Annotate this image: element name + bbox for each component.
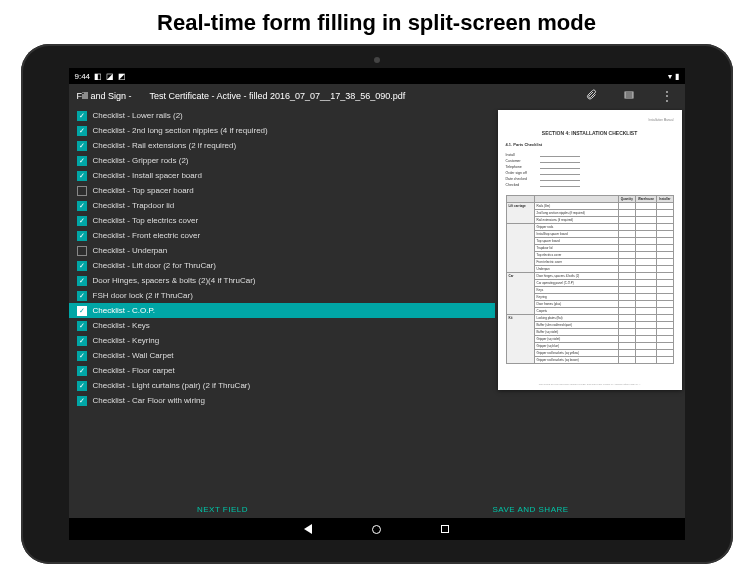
checklist-label: Door Hinges, spacers & bolts (2)(4 if Th… — [93, 276, 256, 285]
checkbox-icon[interactable] — [77, 186, 87, 196]
checklist-label: Checklist - Keys — [93, 321, 150, 330]
checkbox-icon[interactable] — [77, 141, 87, 151]
checklist-label: Checklist - Keyring — [93, 336, 160, 345]
checklist-item[interactable]: Checklist - Floor carpet — [69, 363, 495, 378]
checklist-label: Checklist - Car Floor with wiring — [93, 396, 205, 405]
checklist[interactable]: Checklist - Lower rails (2)Checklist - 2… — [69, 108, 495, 500]
app-name: Fill and Sign - — [77, 91, 132, 101]
pdf-table: QuantityWarehouseInstallerLift carriageR… — [506, 195, 674, 364]
checkbox-icon[interactable] — [77, 216, 87, 226]
pdf-subtitle: 4.1. Parts Checklist — [506, 142, 674, 147]
checkbox-icon[interactable] — [77, 111, 87, 121]
pdf-table-row: Gripper rods — [506, 224, 673, 231]
status-icon-app1: ◧ — [94, 72, 102, 81]
checklist-item[interactable]: Door Hinges, spacers & bolts (2)(4 if Th… — [69, 273, 495, 288]
checklist-item[interactable]: Checklist - Install spacer board — [69, 168, 495, 183]
pdf-field: Install — [506, 153, 674, 157]
checkbox-icon[interactable] — [77, 396, 87, 406]
checklist-item[interactable]: Checklist - Keyring — [69, 333, 495, 348]
checklist-item[interactable]: Checklist - Top electrics cover — [69, 213, 495, 228]
checklist-label: Checklist - 2nd long section nipples (4 … — [93, 126, 268, 135]
checkbox-icon[interactable] — [77, 381, 87, 391]
checklist-label: Checklist - Floor carpet — [93, 366, 175, 375]
status-icon-app2: ◩ — [118, 72, 126, 81]
checklist-item[interactable]: FSH door lock (2 if ThruCar) — [69, 288, 495, 303]
pdf-field: Telephone — [506, 165, 674, 169]
checkbox-icon[interactable] — [77, 351, 87, 361]
checklist-label: Checklist - Rail extensions (2 if requir… — [93, 141, 237, 150]
pdf-header: Installation Manual — [506, 118, 674, 122]
save-share-button[interactable]: SAVE AND SHARE — [377, 500, 685, 518]
svg-rect-2 — [625, 94, 632, 95]
checklist-item[interactable]: Checklist - Light curtains (pair) (2 if … — [69, 378, 495, 393]
checklist-label: Checklist - Light curtains (pair) (2 if … — [93, 381, 251, 390]
checklist-label: Checklist - Top electrics cover — [93, 216, 199, 225]
form-panel: Checklist - Lower rails (2)Checklist - 2… — [69, 108, 495, 500]
checklist-item[interactable]: Checklist - 2nd long section nipples (4 … — [69, 123, 495, 138]
app-bar: Fill and Sign - Test Certificate - Activ… — [69, 84, 685, 108]
pdf-footer-note: This could be a fill and sign version of… — [506, 383, 674, 386]
pdf-field: Checked — [506, 183, 674, 187]
checkbox-icon[interactable] — [77, 126, 87, 136]
attach-icon[interactable] — [581, 89, 601, 104]
svg-rect-1 — [625, 92, 632, 93]
android-nav-bar — [69, 518, 685, 540]
checklist-label: Checklist - Gripper rods (2) — [93, 156, 189, 165]
checklist-item[interactable]: Checklist - Top spacer board — [69, 183, 495, 198]
pdf-preview-panel[interactable]: Installation Manual SECTION 4: INSTALLAT… — [495, 108, 685, 500]
checklist-item[interactable]: Checklist - Car Floor with wiring — [69, 393, 495, 408]
checklist-label: Checklist - Install spacer board — [93, 171, 202, 180]
checklist-item[interactable]: Checklist - Wall Carpet — [69, 348, 495, 363]
pdf-section-title: SECTION 4: INSTALLATION CHECKLIST — [506, 130, 674, 136]
checklist-item[interactable]: Checklist - Front electric cover — [69, 228, 495, 243]
checklist-label: Checklist - Trapdoor lid — [93, 201, 175, 210]
battery-icon: ▮ — [675, 72, 679, 81]
document-title: Test Certificate - Active - filled 2016_… — [150, 91, 406, 101]
checkbox-icon[interactable] — [77, 201, 87, 211]
checkbox-icon[interactable] — [77, 336, 87, 346]
checklist-label: Checklist - Front electric cover — [93, 231, 201, 240]
status-icon-lock: ◪ — [106, 72, 114, 81]
bottom-action-bar: NEXT FIELD SAVE AND SHARE — [69, 500, 685, 518]
checkbox-icon[interactable] — [77, 366, 87, 376]
page-caption: Real-time form filling in split-screen m… — [157, 10, 596, 36]
svg-rect-3 — [625, 96, 632, 97]
checklist-item[interactable]: Checklist - Lift door (2 for ThruCar) — [69, 258, 495, 273]
checkbox-icon[interactable] — [77, 276, 87, 286]
checklist-item[interactable]: Checklist - C.O.P. — [69, 303, 495, 318]
next-field-button[interactable]: NEXT FIELD — [69, 500, 377, 518]
checkbox-icon[interactable] — [77, 246, 87, 256]
checkbox-icon[interactable] — [77, 171, 87, 181]
pdf-field: Date checked — [506, 177, 674, 181]
checkbox-icon[interactable] — [77, 156, 87, 166]
checkbox-icon[interactable] — [77, 291, 87, 301]
nav-home-button[interactable] — [372, 525, 381, 534]
checklist-item[interactable]: Checklist - Underpan — [69, 243, 495, 258]
tablet-camera — [374, 57, 380, 63]
checkbox-icon[interactable] — [77, 306, 87, 316]
more-icon[interactable]: ⋮ — [657, 89, 677, 103]
checklist-label: Checklist - Lower rails (2) — [93, 111, 183, 120]
pdf-table-row: KitLocking plates (flat) — [506, 315, 673, 322]
pdf-table-row: Lift carriageRails (8m) — [506, 203, 673, 210]
nav-recents-button[interactable] — [441, 525, 449, 533]
checkbox-icon[interactable] — [77, 321, 87, 331]
view-mode-icon[interactable] — [619, 89, 639, 104]
checklist-label: Checklist - Lift door (2 for ThruCar) — [93, 261, 216, 270]
pdf-form-fields: InstallCustomerTelephoneOrder sign offDa… — [506, 153, 674, 187]
checklist-item[interactable]: Checklist - Keys — [69, 318, 495, 333]
nav-back-button[interactable] — [304, 524, 312, 534]
checkbox-icon[interactable] — [77, 261, 87, 271]
pdf-page: Installation Manual SECTION 4: INSTALLAT… — [498, 110, 682, 390]
checklist-label: FSH door lock (2 if ThruCar) — [93, 291, 193, 300]
checklist-item[interactable]: Checklist - Gripper rods (2) — [69, 153, 495, 168]
pdf-field: Customer — [506, 159, 674, 163]
content-area: Checklist - Lower rails (2)Checklist - 2… — [69, 108, 685, 500]
checklist-label: Checklist - Top spacer board — [93, 186, 194, 195]
checklist-label: Checklist - C.O.P. — [93, 306, 156, 315]
tablet-frame: 9:44 ◧ ◪ ◩ ▾ ▮ Fill and Sign - Test Cert… — [21, 44, 733, 564]
checklist-item[interactable]: Checklist - Rail extensions (2 if requir… — [69, 138, 495, 153]
checkbox-icon[interactable] — [77, 231, 87, 241]
checklist-item[interactable]: Checklist - Trapdoor lid — [69, 198, 495, 213]
checklist-item[interactable]: Checklist - Lower rails (2) — [69, 108, 495, 123]
